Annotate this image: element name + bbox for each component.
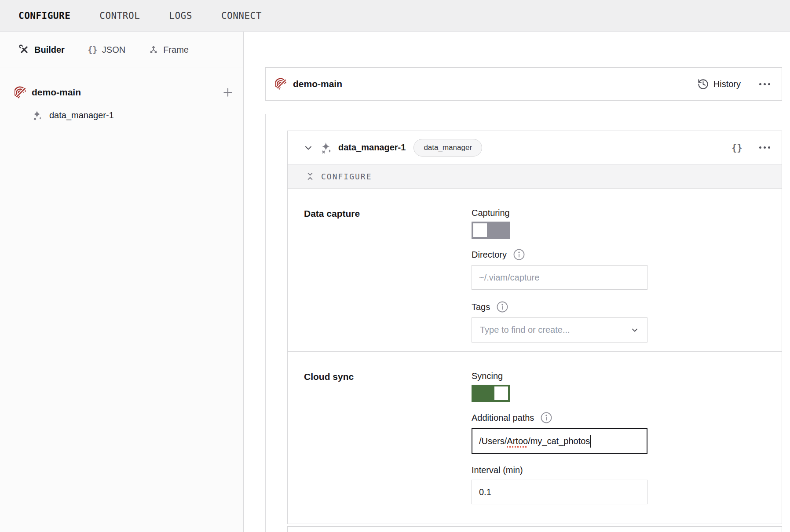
path-prefix: /Users/ [479, 436, 507, 446]
section-heading: Data capture [304, 208, 472, 343]
tools-icon [18, 44, 30, 55]
machine-title: demo-main [293, 79, 342, 89]
chevron-down-icon[interactable] [303, 142, 314, 153]
sidebar: Builder {} JSON Frame [0, 32, 244, 532]
resource-name: data_manager-1 [49, 110, 114, 120]
sparkles-icon [320, 141, 333, 154]
syncing-label: Syncing [472, 371, 647, 381]
view-switcher: Builder {} JSON Frame [0, 32, 243, 68]
text-cursor [590, 435, 591, 448]
machine-header-card: demo-main History [265, 67, 782, 101]
data-manager-card-header: data_manager-1 data_manager {} [288, 131, 782, 164]
top-nav: CONFIGURE CONTROL LOGS CONNECT [0, 0, 790, 32]
main-content: demo-main History [244, 32, 790, 532]
directory-input[interactable] [472, 265, 647, 290]
tab-json-label: JSON [102, 45, 125, 55]
info-icon[interactable] [513, 248, 525, 261]
tree-item-data-manager[interactable]: data_manager-1 [0, 108, 243, 122]
chevron-down-icon [630, 326, 639, 335]
capturing-label: Capturing [472, 208, 647, 218]
history-button[interactable]: History [697, 78, 741, 90]
braces-icon: {} [88, 45, 98, 55]
configure-bar-label: CONFIGURE [321, 172, 372, 181]
viam-configure-page: CONFIGURE CONTROL LOGS CONNECT [0, 0, 790, 532]
tree-item-machine[interactable]: demo-main [0, 84, 243, 100]
tab-logs[interactable]: LOGS [169, 11, 192, 21]
history-icon [697, 78, 709, 90]
syncing-toggle[interactable] [472, 385, 510, 402]
info-icon[interactable] [540, 412, 552, 424]
offline-icon [15, 86, 27, 99]
info-icon[interactable] [496, 301, 508, 313]
path-suffix: /my_cat_photos [528, 436, 590, 446]
tab-builder-label: Builder [34, 45, 65, 55]
tab-frame[interactable]: Frame [148, 44, 189, 55]
resource-type-badge: data_manager [413, 139, 482, 157]
data-manager-card: data_manager-1 data_manager {} CONFIGURE… [287, 131, 782, 524]
directory-label: Directory [472, 250, 507, 260]
add-component-button[interactable] [221, 86, 234, 99]
resource-more-menu[interactable] [759, 146, 770, 149]
tab-control[interactable]: CONTROL [99, 11, 140, 21]
offline-icon [275, 78, 288, 90]
sparkles-icon [32, 109, 43, 121]
configure-section-bar[interactable]: CONFIGURE [288, 164, 782, 189]
next-resource-card-partial [287, 526, 782, 532]
tab-frame-label: Frame [163, 45, 189, 55]
json-braces-button[interactable]: {} [731, 142, 742, 153]
part-rail [265, 114, 266, 532]
additional-paths-label: Additional paths [472, 413, 534, 423]
tags-label: Tags [472, 302, 490, 312]
history-label: History [713, 79, 741, 89]
frame-axes-icon [148, 44, 159, 55]
tab-connect[interactable]: CONNECT [221, 11, 262, 21]
section-heading: Cloud sync [304, 371, 472, 504]
resource-tree: demo-main data_manager-1 [0, 68, 243, 122]
interval-input[interactable] [472, 480, 647, 504]
tab-json[interactable]: {} JSON [88, 45, 125, 55]
additional-paths-input[interactable]: /Users/Artoo/my_cat_photos [472, 428, 647, 454]
resource-card-title: data_manager-1 [338, 142, 406, 153]
tab-configure[interactable]: CONFIGURE [18, 11, 70, 21]
tab-builder[interactable]: Builder [18, 44, 65, 55]
path-misspelled-word: Artoo [507, 436, 528, 446]
tags-select[interactable]: Type to find or create... [472, 317, 647, 343]
data-capture-section: Data capture Capturing Directory [288, 189, 782, 352]
tags-placeholder: Type to find or create... [480, 325, 570, 335]
collapse-vertical-icon [305, 171, 315, 181]
interval-label: Interval (min) [472, 465, 647, 475]
cloud-sync-section: Cloud sync Syncing Additional paths [288, 352, 782, 513]
capturing-toggle[interactable] [472, 222, 510, 239]
machine-name: demo-main [32, 87, 81, 98]
machine-more-menu[interactable] [759, 83, 770, 85]
